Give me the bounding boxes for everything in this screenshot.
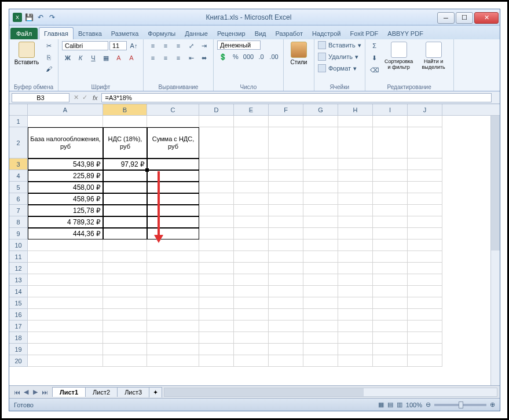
row-header[interactable]: 1 (9, 116, 27, 127)
cell[interactable] (338, 344, 373, 355)
cell[interactable] (103, 182, 147, 193)
bold-button[interactable]: Ж (62, 53, 74, 63)
cell[interactable] (234, 355, 269, 367)
col-header[interactable]: H (338, 104, 373, 115)
row-header[interactable]: 10 (9, 240, 27, 251)
cell[interactable] (338, 286, 373, 297)
cell[interactable] (269, 240, 303, 251)
cell[interactable] (199, 344, 234, 355)
copy-icon[interactable]: ⎘ (43, 52, 54, 62)
cell[interactable] (338, 116, 373, 127)
cell[interactable] (303, 320, 338, 332)
col-header[interactable]: D (199, 104, 234, 115)
cell[interactable] (103, 274, 147, 286)
cell[interactable] (103, 205, 147, 216)
cell[interactable] (303, 159, 338, 170)
increase-font-icon[interactable]: A↑ (128, 40, 140, 51)
cell[interactable] (303, 127, 338, 159)
orientation-icon[interactable]: ⤢ (185, 40, 197, 51)
cell[interactable] (199, 182, 234, 193)
cell[interactable] (408, 159, 442, 170)
cell[interactable] (373, 127, 408, 159)
cell[interactable] (269, 228, 303, 240)
cell[interactable]: 543,98 ₽ (28, 159, 103, 170)
cell[interactable] (373, 332, 408, 344)
cell[interactable] (103, 344, 147, 355)
row-header[interactable]: 19 (9, 344, 27, 355)
cut-icon[interactable]: ✂ (43, 40, 54, 51)
cell[interactable] (303, 344, 338, 355)
align-top-icon[interactable]: ≡ (147, 40, 159, 51)
fx-icon[interactable]: fx (93, 94, 98, 101)
cell[interactable] (234, 263, 269, 274)
sheet-tab[interactable]: Лист1 (52, 387, 86, 397)
cell[interactable] (269, 286, 303, 297)
cell[interactable] (103, 297, 147, 309)
view-layout-icon[interactable]: ▤ (387, 401, 393, 408)
cell[interactable] (234, 297, 269, 309)
view-normal-icon[interactable]: ▦ (378, 401, 384, 408)
cell[interactable] (269, 274, 303, 286)
cell[interactable] (408, 297, 442, 309)
cell[interactable] (338, 297, 373, 309)
cell[interactable] (234, 216, 269, 228)
row-header[interactable]: 6 (9, 193, 27, 205)
cell[interactable] (147, 170, 199, 182)
comma-icon[interactable]: 000 (243, 51, 254, 62)
cell[interactable] (234, 251, 269, 263)
name-box[interactable]: B3 (12, 93, 69, 102)
align-left-icon[interactable]: ≡ (147, 53, 159, 63)
cell[interactable] (408, 216, 442, 228)
sheet-nav-first-icon[interactable]: ⏮ (13, 388, 21, 396)
cell[interactable] (338, 228, 373, 240)
cell[interactable] (303, 216, 338, 228)
cell[interactable] (147, 286, 199, 297)
cell[interactable] (373, 251, 408, 263)
maximize-button[interactable]: ☐ (456, 12, 473, 24)
cell[interactable] (147, 320, 199, 332)
align-center-icon[interactable]: ≡ (160, 53, 171, 63)
cell[interactable] (269, 355, 303, 367)
cell[interactable] (408, 309, 442, 320)
cell[interactable] (338, 205, 373, 216)
cell[interactable] (147, 159, 199, 170)
row-header[interactable]: 11 (9, 251, 27, 263)
zoom-level[interactable]: 100% (406, 401, 422, 408)
cell[interactable] (234, 344, 269, 355)
cell[interactable] (303, 116, 338, 127)
row-header[interactable]: 20 (9, 355, 27, 367)
formula-bar[interactable]: =A3*18% (101, 93, 492, 102)
cell[interactable] (199, 240, 234, 251)
cell[interactable] (199, 116, 234, 127)
cell[interactable] (373, 240, 408, 251)
sheet-tab[interactable]: Лист2 (85, 387, 118, 397)
cell[interactable] (338, 309, 373, 320)
cell[interactable] (373, 344, 408, 355)
cell[interactable] (373, 355, 408, 367)
cell[interactable] (103, 355, 147, 367)
cell[interactable] (103, 332, 147, 344)
cell[interactable] (199, 216, 234, 228)
cell[interactable] (199, 251, 234, 263)
tab-insert[interactable]: Вставка (74, 28, 107, 39)
cell[interactable] (303, 332, 338, 344)
cell[interactable] (28, 116, 103, 127)
cell[interactable]: НДС (18%), руб (103, 127, 147, 159)
border-icon[interactable]: ▦ (100, 53, 112, 63)
cell[interactable] (408, 286, 442, 297)
view-pagebreak-icon[interactable]: ▥ (397, 401, 402, 408)
cell[interactable] (147, 116, 199, 127)
col-header[interactable]: I (373, 104, 408, 115)
cell[interactable] (373, 320, 408, 332)
new-sheet-button[interactable]: ✦ (149, 387, 162, 397)
cell[interactable] (147, 332, 199, 344)
file-tab[interactable]: Файл (10, 28, 38, 39)
cell[interactable] (199, 355, 234, 367)
cell[interactable] (234, 274, 269, 286)
cell[interactable] (234, 127, 269, 159)
indent-dec-icon[interactable]: ⇤ (185, 53, 197, 63)
cell[interactable] (408, 205, 442, 216)
cell[interactable] (234, 332, 269, 344)
fill-color-icon[interactable]: A (113, 53, 124, 63)
tab-developer[interactable]: Разработ (271, 28, 307, 39)
